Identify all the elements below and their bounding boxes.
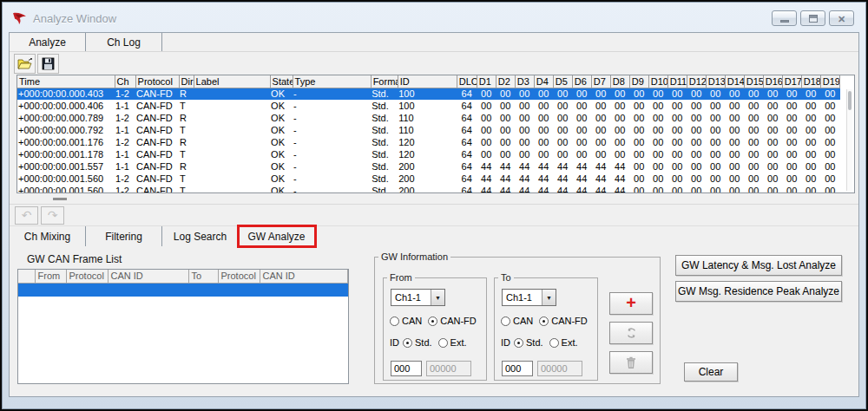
log-row[interactable]: +000:00:00.001.5601-2CAN-FDTOK-Std.20064…: [17, 173, 840, 185]
tab-analyze[interactable]: Analyze: [10, 33, 86, 51]
tab-gw-analyze[interactable]: GW Analyze: [239, 226, 315, 246]
column-header-d10[interactable]: D10: [648, 75, 667, 88]
chevron-down-icon[interactable]: [431, 290, 444, 305]
log-row[interactable]: +000:00:00.001.1781-1CAN-FDTOK-Std.12064…: [17, 148, 840, 160]
radio-can[interactable]: CAN: [390, 316, 422, 326]
tab-filtering[interactable]: Filtering: [86, 226, 162, 246]
column-header-d17[interactable]: D17: [782, 75, 801, 88]
delete-gw-frame-button[interactable]: [609, 351, 653, 374]
tab-ch-mixing[interactable]: Ch Mixing: [10, 226, 86, 246]
column-header-d18[interactable]: D18: [801, 75, 820, 88]
gw-latency-analyze-button[interactable]: GW Latency & Msg. Lost Analyze: [675, 255, 842, 276]
log-cell: [194, 136, 270, 148]
undo-button[interactable]: ↶: [15, 206, 38, 225]
from-channel-dropdown[interactable]: Ch1-1: [391, 289, 445, 306]
log-cell: 00: [801, 185, 820, 193]
log-vertical-scrollbar[interactable]: [846, 89, 852, 191]
radio-std-[interactable]: Std.: [403, 337, 432, 348]
clear-button[interactable]: Clear: [684, 362, 738, 382]
tab-ch-log[interactable]: Ch Log: [86, 33, 162, 51]
column-header-d8[interactable]: D8: [610, 75, 629, 88]
column-header-d1[interactable]: D1: [477, 75, 496, 88]
log-row[interactable]: +000:00:00.000.4061-1CAN-FDTOK-Std.10064…: [17, 100, 840, 112]
column-header-id[interactable]: ID: [398, 75, 457, 88]
log-cell: 00: [744, 160, 763, 173]
from-protocol-radio-group[interactable]: CANCAN-FD: [390, 316, 483, 326]
column-header-time[interactable]: Time: [17, 75, 115, 88]
log-cell: 00: [763, 173, 782, 185]
log-cell: 00: [534, 148, 553, 160]
frame-list-selected-row[interactable]: [18, 283, 348, 297]
column-header-d6[interactable]: D6: [572, 75, 591, 88]
can-log-table[interactable]: TimeChProtocolDirLabelStateTypeFormatIDD…: [16, 75, 855, 193]
column-header-protocol[interactable]: Protocol: [135, 75, 179, 88]
close-button[interactable]: [829, 10, 854, 26]
column-header-dir[interactable]: Dir: [179, 75, 194, 88]
log-cell: 00: [820, 185, 839, 193]
from-id-radio-group[interactable]: Std.Ext.: [403, 337, 473, 348]
save-file-button[interactable]: [37, 54, 59, 74]
column-header-format[interactable]: Format: [371, 75, 398, 88]
to-id-radio-group[interactable]: Std.Ext.: [514, 337, 584, 348]
maximize-button[interactable]: [800, 10, 825, 26]
fl-header-can-id[interactable]: CAN ID: [260, 270, 348, 283]
add-gw-frame-button[interactable]: +: [609, 292, 653, 315]
titlebar[interactable]: Analyze Window: [7, 5, 861, 31]
fl-header-blank[interactable]: [18, 270, 35, 283]
tab-log-search[interactable]: Log Search: [162, 226, 239, 246]
column-header-d16[interactable]: D16: [763, 75, 782, 88]
gw-residence-peak-analyze-button[interactable]: GW Msg. Residence Peak Analyze: [675, 281, 842, 302]
scrollbar-thumb[interactable]: [848, 91, 852, 110]
column-header-d13[interactable]: D13: [706, 75, 725, 88]
log-row[interactable]: +000:00:00.001.5571-1CAN-FDROK-Std.20064…: [17, 160, 840, 173]
minimize-button[interactable]: [772, 10, 797, 26]
column-header-d4[interactable]: D4: [534, 75, 553, 88]
log-cell: 00: [763, 136, 782, 148]
column-header-d12[interactable]: D12: [687, 75, 706, 88]
radio-ext-[interactable]: Ext.: [549, 337, 578, 348]
gw-can-frame-list[interactable]: FromProtocolCAN IDToProtocolCAN ID: [17, 269, 349, 384]
column-header-d5[interactable]: D5: [553, 75, 572, 88]
log-row[interactable]: +000:00:00.000.4031-2CAN-FDROK-Std.10064…: [17, 88, 840, 100]
column-header-state[interactable]: State: [270, 75, 293, 88]
log-row[interactable]: +000:00:00.000.7891-2CAN-FDROK-Std.11064…: [17, 112, 840, 124]
to-std-id-input[interactable]: [502, 361, 533, 376]
log-row[interactable]: +000:00:00.001.5601-2CAN-FDTOK-Std.20064…: [17, 185, 840, 193]
fl-header-can-id[interactable]: CAN ID: [108, 270, 188, 283]
fl-header-from[interactable]: From: [35, 270, 66, 283]
column-header-label[interactable]: Label: [194, 75, 270, 88]
column-header-dlc[interactable]: DLC: [457, 75, 477, 88]
fl-header-to[interactable]: To: [188, 270, 218, 283]
log-cell: 00: [648, 136, 667, 148]
column-header-d11[interactable]: D11: [667, 75, 687, 88]
fl-header-protocol[interactable]: Protocol: [218, 270, 260, 283]
open-file-button[interactable]: [14, 54, 36, 74]
to-channel-dropdown[interactable]: Ch1-1: [502, 289, 556, 306]
radio-can-fd[interactable]: CAN-FD: [539, 316, 588, 326]
chevron-down-icon[interactable]: [542, 290, 556, 305]
column-header-d7[interactable]: D7: [591, 75, 610, 88]
radio-std-[interactable]: Std.: [514, 337, 543, 348]
column-header-d19[interactable]: D19: [820, 75, 839, 88]
log-row[interactable]: +000:00:00.001.1761-2CAN-FDROK-Std.12064…: [17, 136, 840, 148]
log-cell: 00: [687, 124, 706, 136]
column-header-d15[interactable]: D15: [744, 75, 763, 88]
log-cell: 00: [820, 160, 839, 173]
column-header-d14[interactable]: D14: [725, 75, 744, 88]
log-row[interactable]: +000:00:00.000.7921-1CAN-FDTOK-Std.11064…: [17, 124, 840, 136]
from-std-id-input[interactable]: [391, 361, 422, 376]
radio-can-fd[interactable]: CAN-FD: [428, 316, 477, 326]
log-cell: 00: [477, 136, 496, 148]
to-protocol-radio-group[interactable]: CANCAN-FD: [501, 316, 594, 326]
column-header-ch[interactable]: Ch: [115, 75, 135, 88]
column-header-d2[interactable]: D2: [496, 75, 515, 88]
fl-header-protocol[interactable]: Protocol: [66, 270, 108, 283]
radio-can[interactable]: CAN: [501, 316, 533, 326]
column-header-d9[interactable]: D9: [629, 75, 648, 88]
splitter-handle[interactable]: [53, 198, 67, 200]
column-header-type[interactable]: Type: [293, 75, 371, 88]
radio-ext-[interactable]: Ext.: [438, 337, 467, 348]
redo-button[interactable]: ↷: [41, 206, 64, 225]
column-header-d3[interactable]: D3: [515, 75, 534, 88]
refresh-gw-frame-button[interactable]: [609, 322, 653, 344]
